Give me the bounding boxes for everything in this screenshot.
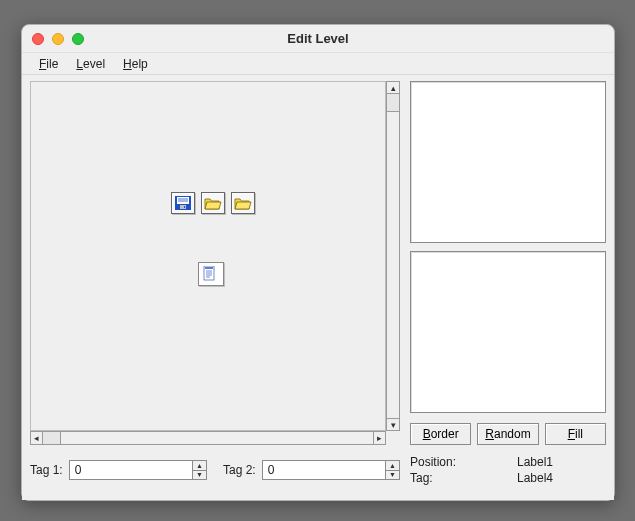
minimize-window-button[interactable] [52, 33, 64, 45]
level-canvas[interactable] [30, 81, 386, 431]
mnemonic: F [568, 427, 575, 441]
close-window-button[interactable] [32, 33, 44, 45]
zoom-window-button[interactable] [72, 33, 84, 45]
palette-panel-b[interactable] [410, 251, 606, 413]
status-readout: Position: Label1 Tag: Label4 [410, 455, 606, 485]
tag2-spin-down[interactable]: ▼ [386, 471, 399, 480]
client-area: ▴ ▾ ◂ ▸ Border Random Fill [22, 75, 614, 500]
horizontal-scroll-thumb[interactable] [43, 432, 61, 444]
scroll-down-button[interactable]: ▾ [387, 418, 399, 430]
action-buttons: Border Random Fill [410, 421, 606, 445]
canvas-toolbar [171, 192, 255, 214]
open-folder-icon[interactable] [201, 192, 225, 214]
menu-help[interactable]: Help [114, 55, 157, 73]
position-label: Position: [410, 455, 509, 469]
titlebar: Edit Level [22, 25, 614, 53]
tag1-spinner[interactable]: 0 ▲ ▼ [69, 460, 207, 480]
window-title: Edit Level [22, 31, 614, 46]
palette-panel-a[interactable] [410, 81, 606, 243]
menu-level[interactable]: Level [67, 55, 114, 73]
svg-rect-1 [177, 197, 189, 204]
tag2-spinner[interactable]: 0 ▲ ▼ [262, 460, 400, 480]
open-folder-icon-2[interactable] [231, 192, 255, 214]
tag2-spin-up[interactable]: ▲ [386, 461, 399, 471]
traffic-lights [32, 33, 84, 45]
scroll-up-button[interactable]: ▴ [387, 82, 399, 94]
fill-button[interactable]: Fill [545, 423, 606, 445]
app-window: Edit Level File Level Help [21, 24, 615, 501]
svg-rect-7 [205, 267, 213, 269]
tag2-value[interactable]: 0 [263, 461, 385, 479]
level-scrollbox: ▴ ▾ ◂ ▸ [30, 81, 400, 445]
tag-value: Label4 [517, 471, 606, 485]
scroll-right-button[interactable]: ▸ [373, 432, 385, 444]
position-value: Label1 [517, 455, 606, 469]
properties-icon[interactable] [198, 262, 224, 286]
tags-row: Tag 1: 0 ▲ ▼ Tag 2: 0 ▲ [30, 455, 400, 485]
tag-label: Tag: [410, 471, 509, 485]
vertical-scroll-thumb[interactable] [387, 94, 399, 112]
save-icon[interactable] [171, 192, 195, 214]
right-column: Border Random Fill [410, 81, 606, 445]
scroll-left-button[interactable]: ◂ [31, 432, 43, 444]
vertical-scrollbar[interactable]: ▴ ▾ [386, 81, 400, 431]
tag2-label: Tag 2: [223, 463, 256, 477]
horizontal-scrollbar[interactable]: ◂ ▸ [30, 431, 386, 445]
tag1-group: Tag 1: 0 ▲ ▼ [30, 460, 207, 480]
tag2-group: Tag 2: 0 ▲ ▼ [223, 460, 400, 480]
tag1-spin-down[interactable]: ▼ [193, 471, 206, 480]
tag2-spin-buttons: ▲ ▼ [385, 461, 399, 479]
menu-file[interactable]: File [30, 55, 67, 73]
svg-rect-5 [184, 206, 185, 208]
tag1-label: Tag 1: [30, 463, 63, 477]
random-button[interactable]: Random [477, 423, 538, 445]
menubar: File Level Help [22, 53, 614, 75]
border-button[interactable]: Border [410, 423, 471, 445]
mnemonic: B [423, 427, 431, 441]
tag1-spin-buttons: ▲ ▼ [192, 461, 206, 479]
tag1-value[interactable]: 0 [70, 461, 192, 479]
mnemonic: R [485, 427, 494, 441]
svg-rect-4 [180, 205, 186, 209]
tag1-spin-up[interactable]: ▲ [193, 461, 206, 471]
